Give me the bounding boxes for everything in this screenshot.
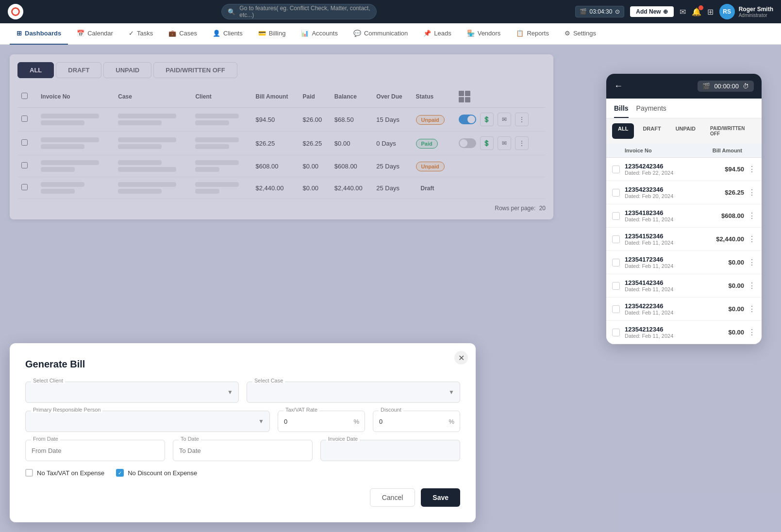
discount-input[interactable] [373, 411, 460, 432]
no-tax-checkbox[interactable] [25, 469, 33, 477]
discount-group: Discount % [373, 411, 460, 432]
more-icon[interactable]: ⋮ [748, 281, 756, 290]
mobile-row-checkbox[interactable] [612, 166, 620, 173]
nav-billing[interactable]: 💳 Billing [251, 23, 293, 45]
nav-accounts[interactable]: 📊 Accounts [294, 23, 344, 45]
nav-settings[interactable]: ⚙ Settings [558, 23, 603, 45]
nav-clients[interactable]: 👤 Clients [206, 23, 249, 45]
select-client-input[interactable] [25, 382, 239, 403]
modal-footer: Cancel Save [25, 488, 460, 507]
nav-settings-label: Settings [573, 30, 596, 37]
select-client-label: Select Client [31, 378, 65, 383]
mobile-invoice-info: 12354232346 Dated: Feb 20, 2024 [625, 186, 715, 199]
mobile-row-checkbox[interactable] [612, 305, 620, 313]
more-icon[interactable]: ⋮ [748, 234, 756, 244]
mobile-tab-bills[interactable]: Bills [614, 104, 629, 118]
invoice-amount: $608.00 [715, 212, 744, 219]
mobile-tab-payments[interactable]: Payments [636, 104, 666, 118]
accounts-icon: 📊 [301, 30, 309, 37]
nav-billing-label: Billing [269, 30, 286, 37]
cancel-button[interactable]: Cancel [370, 488, 415, 507]
timer-icon: 🎬 [580, 8, 587, 15]
to-date-input[interactable] [173, 440, 313, 461]
list-item: 12354152346 Dated: Feb 11, 2024 $2,440.0… [606, 228, 762, 251]
mobile-row-checkbox[interactable] [612, 282, 620, 290]
clients-icon: 👤 [213, 30, 220, 37]
invoice-date: Dated: Feb 11, 2024 [625, 333, 715, 339]
nav-leads-label: Leads [434, 30, 451, 37]
more-icon[interactable]: ⋮ [748, 328, 756, 337]
app-logo [8, 4, 23, 19]
mobile-back-button[interactable]: ← [614, 81, 623, 91]
mobile-row-checkbox[interactable] [612, 235, 620, 243]
apps-button[interactable]: ⊞ [707, 7, 714, 17]
invoice-amount: $0.00 [715, 329, 744, 336]
invoice-date-input[interactable] [320, 440, 460, 461]
invoice-amount: $26.25 [715, 189, 744, 196]
select-case-label: Select Case [252, 378, 285, 383]
mobile-filter-all[interactable]: ALL [612, 123, 634, 139]
more-icon[interactable]: ⋮ [748, 211, 756, 220]
dashboards-icon: ⊞ [17, 30, 22, 37]
mail-button[interactable]: ✉ [680, 7, 686, 17]
invoice-date-group: Invoice Date [320, 440, 460, 461]
mobile-timer[interactable]: 🎬 00:00:00 ⏱ [698, 81, 754, 92]
nav-dashboards[interactable]: ⊞ Dashboards [10, 23, 68, 45]
mobile-invoice-info: 12354212346 Dated: Feb 11, 2024 [625, 326, 715, 339]
tax-vat-input[interactable] [278, 411, 365, 432]
communication-icon: 💬 [353, 30, 361, 37]
cases-icon: 💼 [168, 30, 176, 37]
mobile-col-invoice-no: Invoice No [625, 148, 683, 153]
mobile-row-checkbox[interactable] [612, 329, 620, 336]
user-menu[interactable]: RS Roger Smith Administrator [719, 4, 773, 19]
modal-close-button[interactable]: ✕ [454, 351, 468, 365]
invoice-date: Dated: Feb 20, 2024 [625, 193, 715, 199]
nav-reports[interactable]: 📋 Reports [509, 23, 556, 45]
billing-icon: 💳 [258, 30, 266, 37]
checkbox-row: No Tax/VAT on Expense ✓ No Discount on E… [25, 469, 460, 477]
tax-vat-group: Tax/VAT Rate % [278, 411, 365, 432]
nav-cases[interactable]: 💼 Cases [162, 23, 204, 45]
more-icon[interactable]: ⋮ [748, 304, 756, 314]
from-date-input[interactable] [25, 440, 165, 461]
nav-cases-label: Cases [179, 30, 197, 37]
mobile-timer-icon: 🎬 [702, 83, 710, 90]
calendar-icon: 📅 [77, 30, 84, 37]
mobile-col-bill-amount: Bill Amount [683, 148, 742, 153]
more-icon[interactable]: ⋮ [748, 165, 756, 174]
select-case-input[interactable] [247, 382, 460, 403]
nav-tasks[interactable]: ✓ Tasks [122, 23, 160, 45]
mobile-filter-paid[interactable]: PAID/WRITTEN OFF [704, 123, 756, 139]
mobile-row-checkbox[interactable] [612, 189, 620, 197]
mobile-panel-header: ← 🎬 00:00:00 ⏱ [606, 74, 762, 99]
no-discount-checkbox[interactable]: ✓ [116, 469, 124, 477]
from-date-label: From Date [31, 436, 60, 442]
mobile-filter-unpaid[interactable]: UNPAID [670, 123, 701, 139]
mobile-row-checkbox[interactable] [612, 212, 620, 220]
vendors-icon: 🏪 [467, 30, 475, 37]
mobile-filter-draft[interactable]: DRAFT [637, 123, 666, 139]
nav-right-section: 🎬 03:04:30 ⊙ Add New ⊕ ✉ 🔔 ⊞ RS Roger Sm… [575, 4, 773, 19]
leads-icon: 📌 [423, 30, 431, 37]
invoice-no: 12354212346 [625, 326, 715, 333]
global-search[interactable]: 🔍 Go to features( eg. Conflict Check, Ma… [221, 4, 377, 19]
nav-communication[interactable]: 💬 Communication [347, 23, 415, 45]
tasks-icon: ✓ [129, 30, 134, 37]
save-button[interactable]: Save [421, 488, 460, 507]
notifications-button[interactable]: 🔔 [692, 7, 701, 17]
user-name: Roger Smith [739, 6, 773, 13]
nav-vendors[interactable]: 🏪 Vendors [460, 23, 508, 45]
add-new-button[interactable]: Add New ⊕ [630, 6, 673, 17]
to-date-label: To Date [179, 436, 201, 442]
mobile-invoice-info: 12354222346 Dated: Feb 11, 2024 [625, 302, 715, 316]
nav-leads[interactable]: 📌 Leads [416, 23, 458, 45]
more-icon[interactable]: ⋮ [748, 258, 756, 267]
more-icon[interactable]: ⋮ [748, 188, 756, 197]
list-item: 12354242346 Dated: Feb 22, 2024 $94.50 ⋮ [606, 158, 762, 181]
nav-calendar[interactable]: 📅 Calendar [70, 23, 120, 45]
primary-responsible-input[interactable] [25, 411, 270, 432]
mobile-timer-stop-icon: ⏱ [743, 83, 749, 90]
mobile-row-checkbox[interactable] [612, 259, 620, 266]
timer-display[interactable]: 🎬 03:04:30 ⊙ [575, 6, 625, 17]
form-row-2: Primary Responsible Person ▼ Tax/VAT Rat… [25, 411, 460, 432]
